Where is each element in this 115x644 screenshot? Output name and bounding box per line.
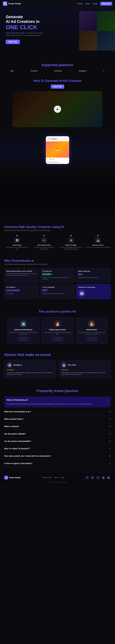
footer-blog[interactable]: Blog (61, 477, 64, 478)
nav-logo[interactable]: Poster Studio (3, 2, 21, 6)
step-title-4: Export and Post (85, 244, 111, 246)
why-card-variations: Ad Variations Unlimited For unlimited (4, 284, 39, 299)
generate-section: Generate High Quality Creatives using AI… (0, 220, 115, 254)
faq-toggle-6: + (109, 447, 111, 450)
hero-line3: ONE CLICK (6, 24, 63, 30)
comment-icon[interactable]: 💬 (50, 158, 52, 160)
phone-username: instagram (51, 138, 57, 140)
share-icon[interactable]: ➤ (53, 158, 54, 160)
hero-image-grid (79, 11, 115, 50)
footer-logo-icon (4, 476, 8, 479)
why-cards: High Quality Designs in just a minute! G… (4, 268, 111, 299)
testimonial-user-2: 👨‍💼 Tyler Chen (61, 362, 108, 368)
platform-app: App (10, 70, 14, 72)
footer-logo[interactable]: Poster Studio (4, 476, 21, 479)
instagram-icon[interactable]: ig (101, 476, 105, 480)
agency-cta[interactable]: Start Trial (52, 337, 63, 341)
svg-rect-2 (4, 4, 5, 5)
agency-label: Digital Agency Owner (43, 329, 72, 330)
phone-img-text: 🍩Offer! (56, 148, 59, 151)
step-dot-2 (43, 235, 45, 236)
navbar: Poster Studio Pricing Ideas Blogs Start … (0, 0, 115, 8)
faq-question-5[interactable]: Are the posters downloadable? + (4, 440, 111, 442)
footer-top: Poster Studio Privacy Policy Terms Blog … (4, 476, 111, 480)
testimonial-text-2: PosterStudio has been a game changer for… (61, 372, 108, 376)
nav-blogs[interactable]: Blogs (93, 3, 97, 5)
footer-privacy[interactable]: Privacy Policy (42, 477, 52, 478)
faq-question-3[interactable]: What is a Brand? + (4, 425, 111, 428)
linkedin-icon[interactable]: in (91, 476, 95, 480)
faq-question-4[interactable]: Are the posters editable? + (4, 432, 111, 435)
faq-item-4: Are the posters editable? + (4, 430, 111, 438)
steps-row: 🖼 Select Image Select image from your ga… (4, 235, 111, 250)
phone-caption: Special offer today only! (46, 161, 69, 164)
perfect-card-agency: 👩‍💼 Digital Agency Owner Scale how you r… (41, 317, 74, 344)
faq-q-text-0: What is PosterStudio.ai? (7, 399, 28, 401)
youtube-icon[interactable]: ▶ (107, 476, 111, 480)
faq-toggle-2: + (109, 418, 111, 420)
step-icon-3: ✨ (68, 238, 74, 243)
phone-mockup: instagram 🍩Offer! ♡ 💬 ➤ Special offer to… (46, 136, 69, 164)
why-card-quality-title: High Quality Designs in just a minute! (6, 270, 37, 272)
why-card-variations-value: Unlimited (6, 289, 37, 292)
faq-toggle-7: + (109, 454, 111, 458)
faq-question-1[interactable]: What does PosterStudio.ai do? + (4, 410, 111, 413)
twitter-icon[interactable]: t (96, 476, 100, 480)
svg-rect-1 (5, 2, 6, 4)
faq-item-6: Why is it called "AI Assisted"? + (4, 445, 111, 452)
faq-question-7[interactable]: How many posters can I create with one s… (4, 454, 111, 458)
creator-cta[interactable]: Start Trial (87, 337, 97, 341)
video-play-button[interactable] (54, 106, 61, 113)
footer-links: Privacy Policy Terms Blog (42, 477, 64, 478)
faq-q-text-1: What does PosterStudio.ai do? (4, 411, 31, 413)
freelancer-icon: 🧑‍💻 (20, 320, 27, 327)
why-card-multilingual: Multi Lingual Ads 50+ Languages AI enabl… (76, 268, 111, 283)
freelancer-cta[interactable]: Start Trial (18, 337, 28, 341)
faq-q-text-3: What is a Brand? (4, 426, 19, 428)
nav-cta-button[interactable]: Start Trial (100, 2, 112, 6)
faq-question-0[interactable]: What is PosterStudio.ai? − (7, 399, 108, 402)
video-bg (12, 91, 103, 127)
faq-question-8[interactable]: Is there an agency subscription? + (4, 462, 111, 465)
demo-section: instagram 🍩Offer! ♡ 💬 ➤ Special offer to… (0, 131, 115, 169)
faq-question-2[interactable]: What is Quick Poster? + (4, 418, 111, 420)
why-card-cost-value: $100K+ (42, 273, 73, 276)
step-icon-2: ✏ (41, 238, 47, 243)
nav-pricing[interactable]: Pricing (77, 3, 83, 5)
faq-toggle-0: − (107, 399, 108, 402)
hero-image (79, 11, 115, 50)
platform-facebook: facebook (54, 70, 62, 72)
faq-q-text-6: Why is it called "AI Assisted"? (4, 448, 30, 450)
hero-section: ✦ Generate AI Ad Creatives in ONE CLICK … (0, 8, 115, 58)
footer-terms[interactable]: Terms (54, 477, 59, 478)
generate-subtitle: Step-By-Step on how to create AI ad crea… (4, 230, 111, 231)
faq-question-6[interactable]: Why is it called "AI Assisted"? + (4, 447, 111, 450)
facebook-icon[interactable]: f (85, 476, 89, 480)
step-icon-4: 📤 (95, 238, 101, 243)
perfect-cards: 🧑‍💻 Solopreneur/Freelancer Launch your s… (4, 317, 111, 344)
nav-ideas[interactable]: Ideas (86, 3, 90, 5)
like-icon[interactable]: ♡ (47, 158, 48, 160)
faq-section: Frequently Asked Question What is Poster… (0, 384, 115, 473)
faq-item-1: What does PosterStudio.ai do? + (4, 408, 111, 416)
testimonial-name-1: Manager B. (13, 364, 22, 366)
why-card-advanced-title: Advanced AI Technology (78, 286, 109, 288)
step-title-1: Select Image (4, 244, 30, 246)
how-heading: How To Generate AI Ad Creatives (3, 79, 112, 83)
faq-q-text-2: What is Quick Poster? (4, 418, 23, 420)
testimonial-avatar-1: 👨 (7, 362, 12, 368)
svg-rect-0 (4, 2, 5, 4)
perfect-heading: This product is perfect for (4, 310, 111, 314)
why-card-multilingual-desc: Languages AI enabled to make ads (78, 277, 109, 278)
why-card-variations-desc: For unlimited (6, 293, 37, 294)
why-card-fingertips-desc: Generate at any time at your Fingertips (42, 293, 73, 294)
hero-cta-button[interactable]: Start Trial (6, 40, 20, 44)
faq-item-8: Is there an agency subscription? + (4, 460, 111, 467)
platforms-heading: Supported platforms (3, 63, 112, 67)
hero-line2: AI Ad Creatives in (6, 19, 63, 24)
why-card-cost: Cost Effective $100K+ Designs have been … (40, 268, 75, 283)
phone-image: 🍩Offer! (46, 142, 69, 158)
faq-q-text-7: How many posters can I create with one s… (4, 455, 51, 457)
how-cta-button[interactable]: Start Trial (51, 84, 64, 89)
step-4: 📤 Export and Post You can Post the resul… (85, 235, 111, 250)
